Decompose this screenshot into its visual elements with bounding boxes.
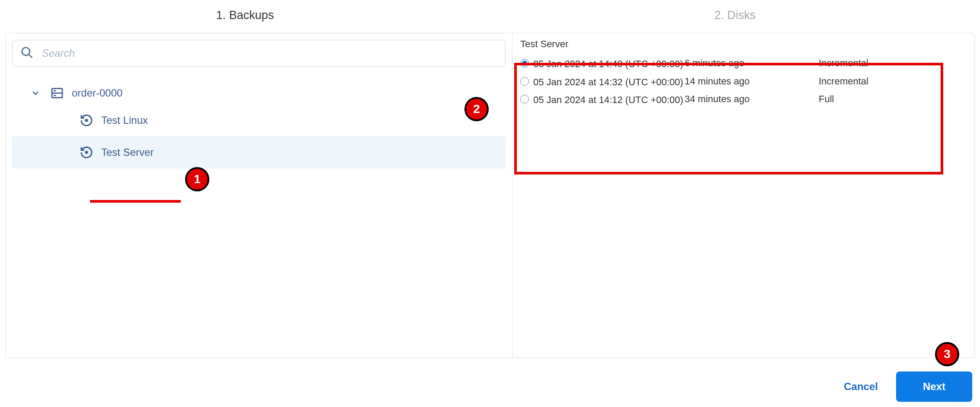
svg-line-1 bbox=[29, 54, 32, 58]
annotation-underline bbox=[90, 200, 181, 203]
search-input[interactable] bbox=[42, 47, 497, 59]
restore-icon bbox=[80, 145, 93, 159]
search-container[interactable] bbox=[12, 40, 506, 67]
backup-type: Full bbox=[819, 94, 967, 105]
backup-list: 05 Jan 2024 at 14:40 (UTC +00:00) 6 minu… bbox=[520, 55, 967, 109]
wizard-step-disks[interactable]: 2. Disks bbox=[490, 9, 980, 22]
tree-node-test-server[interactable]: Test Server bbox=[12, 136, 506, 168]
footer-actions: Cancel Next bbox=[839, 371, 972, 402]
svg-point-0 bbox=[22, 47, 30, 55]
backup-ago: 6 minutes ago bbox=[685, 58, 819, 69]
backup-type: Incremental bbox=[819, 58, 967, 69]
tree-node-label: order-0000 bbox=[72, 87, 122, 99]
svg-point-6 bbox=[86, 120, 87, 121]
backup-datetime: 05 Jan 2024 at 14:12 (UTC +00:00) bbox=[533, 94, 685, 107]
backup-row[interactable]: 05 Jan 2024 at 14:12 (UTC +00:00) 34 min… bbox=[520, 91, 967, 109]
backup-ago: 34 minutes ago bbox=[685, 94, 819, 105]
backup-ago: 14 minutes ago bbox=[685, 76, 819, 87]
backup-type: Incremental bbox=[819, 76, 967, 87]
backup-row[interactable]: 05 Jan 2024 at 14:32 (UTC +00:00) 14 min… bbox=[520, 73, 967, 91]
backup-radio[interactable] bbox=[520, 77, 529, 86]
backup-source-panel: order-0000 Test Linux bbox=[6, 33, 512, 357]
backup-tree: order-0000 Test Linux bbox=[12, 82, 506, 168]
server-icon bbox=[50, 86, 64, 100]
annotation-badge-2: 2 bbox=[464, 97, 489, 121]
backup-datetime: 05 Jan 2024 at 14:40 (UTC +00:00) bbox=[533, 58, 685, 71]
tree-node-label: Test Linux bbox=[101, 114, 148, 126]
search-icon bbox=[20, 46, 33, 61]
tree-node-order[interactable]: order-0000 bbox=[12, 82, 506, 104]
annotation-badge-1: 1 bbox=[185, 167, 209, 191]
wizard-steps: 1. Backups 2. Disks bbox=[0, 0, 980, 33]
cancel-button[interactable]: Cancel bbox=[839, 373, 883, 401]
main-panel: order-0000 Test Linux bbox=[5, 33, 975, 358]
annotation-badge-3: 3 bbox=[935, 342, 959, 366]
backup-row[interactable]: 05 Jan 2024 at 14:40 (UTC +00:00) 6 minu… bbox=[520, 55, 967, 73]
backup-datetime: 05 Jan 2024 at 14:32 (UTC +00:00) bbox=[533, 76, 685, 89]
svg-point-7 bbox=[86, 152, 87, 153]
backup-details-panel: Test Server 05 Jan 2024 at 14:40 (UTC +0… bbox=[512, 33, 974, 357]
wizard-step-backups[interactable]: 1. Backups bbox=[0, 9, 490, 22]
backup-radio[interactable] bbox=[520, 59, 529, 68]
details-title: Test Server bbox=[520, 39, 967, 50]
tree-node-label: Test Server bbox=[101, 146, 154, 158]
next-button[interactable]: Next bbox=[896, 371, 972, 402]
backup-radio[interactable] bbox=[520, 95, 529, 103]
tree-node-test-linux[interactable]: Test Linux bbox=[12, 104, 506, 136]
chevron-down-icon bbox=[30, 88, 41, 98]
restore-icon bbox=[80, 113, 93, 127]
